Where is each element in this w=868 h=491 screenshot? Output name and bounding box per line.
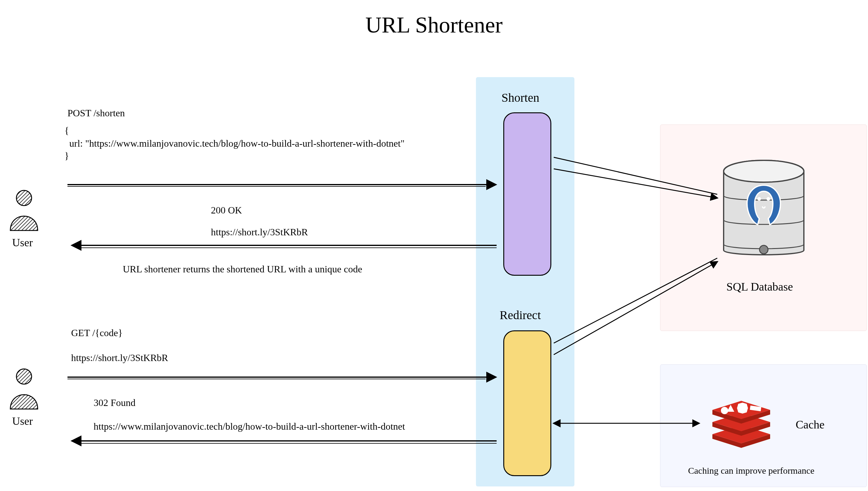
redirect-request-url: https://short.ly/3StKRbR bbox=[71, 352, 168, 365]
svg-point-5 bbox=[757, 197, 761, 201]
shorten-request-line: POST /shorten bbox=[67, 107, 125, 120]
diagram-title: URL Shortener bbox=[0, 12, 868, 38]
user-icon bbox=[8, 190, 40, 232]
redirect-label: Redirect bbox=[500, 307, 541, 323]
redirect-response-url: https://www.milanjovanovic.tech/blog/how… bbox=[93, 420, 405, 433]
user2-label: User bbox=[12, 414, 33, 429]
redirect-request-line: GET /{code} bbox=[71, 327, 123, 340]
cache-note: Caching can improve performance bbox=[688, 465, 815, 476]
redirect-endpoint-box bbox=[503, 330, 551, 476]
redis-logo-icon bbox=[706, 383, 776, 453]
shorten-response-status: 200 OK bbox=[211, 204, 242, 217]
postgres-logo-icon bbox=[744, 182, 784, 228]
shorten-label: Shorten bbox=[501, 90, 539, 106]
svg-point-6 bbox=[766, 197, 770, 201]
cache-label: Cache bbox=[796, 417, 824, 432]
svg-point-0 bbox=[17, 191, 32, 206]
shorten-endpoint-box bbox=[503, 112, 551, 276]
shorten-request-body: { url: "https://www.milanjovanovic.tech/… bbox=[64, 124, 405, 163]
shorten-response-note: URL shortener returns the shortened URL … bbox=[123, 263, 362, 276]
svg-point-3 bbox=[724, 160, 804, 182]
svg-point-8 bbox=[721, 407, 728, 414]
database-label: SQL Database bbox=[726, 279, 793, 294]
shorten-response-url: https://short.ly/3StKRbR bbox=[211, 226, 308, 239]
user1-label: User bbox=[12, 236, 33, 250]
svg-point-1 bbox=[17, 369, 32, 384]
svg-point-4 bbox=[759, 246, 768, 254]
user-icon bbox=[8, 368, 40, 410]
redirect-response-status: 302 Found bbox=[93, 397, 136, 409]
